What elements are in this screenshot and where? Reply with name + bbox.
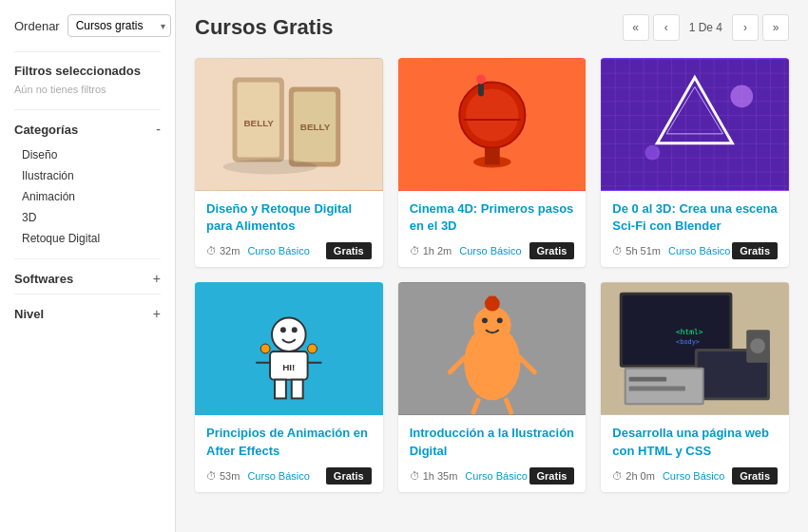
nivel-label: Nivel <box>14 307 44 321</box>
svg-rect-31 <box>292 380 303 399</box>
svg-rect-53 <box>626 370 702 404</box>
svg-point-7 <box>223 160 317 175</box>
svg-point-23 <box>272 318 306 352</box>
course-body-3: De 0 al 3D: Crea una escena Sci-Fi con B… <box>601 191 789 267</box>
pagination-next[interactable]: › <box>732 14 759 41</box>
course-title-5[interactable]: Introducción a la Ilustración Digital <box>410 425 575 459</box>
pagination: « ‹ 1 De 4 › » <box>623 14 789 41</box>
category-animacion[interactable]: Animación <box>14 186 161 207</box>
course-level-1[interactable]: Curso Básico <box>247 245 309 256</box>
clock-icon-5: ⏱ <box>410 470 420 482</box>
svg-point-38 <box>496 318 502 324</box>
course-meta-5: ⏱ 1h 35m Curso Básico Gratis <box>410 467 575 484</box>
nivel-header[interactable]: Nivel + <box>14 306 161 321</box>
course-thumb-5 <box>398 282 587 415</box>
svg-point-20 <box>731 85 754 107</box>
svg-rect-44 <box>489 296 496 306</box>
course-info-5: ⏱ 1h 35m Curso Básico <box>410 470 528 482</box>
svg-rect-54 <box>629 377 667 382</box>
pagination-prev[interactable]: ‹ <box>653 14 680 41</box>
filters-section: Filtros seleccionados Aún no tienes filt… <box>14 51 161 95</box>
course-duration-5: ⏱ 1h 35m <box>410 470 458 482</box>
order-select[interactable]: Cursos gratis Más recientes Más populare… <box>67 14 171 37</box>
svg-point-12 <box>476 75 486 85</box>
main-content: Cursos Gratis « ‹ 1 De 4 › » BELLY <box>176 0 808 532</box>
clock-icon-1: ⏱ <box>206 245 217 256</box>
categories-header[interactable]: Categorías - <box>14 122 161 137</box>
course-thumb-6: <html> <body> <box>601 282 789 415</box>
filters-empty: Aún no tienes filtros <box>14 84 161 95</box>
course-info-6: ⏱ 2h 0m Curso Básico <box>612 470 724 482</box>
nivel-toggle: + <box>153 306 161 321</box>
svg-point-25 <box>292 328 298 333</box>
svg-text:BELLY: BELLY <box>243 118 274 128</box>
course-title-3[interactable]: De 0 al 3D: Crea una escena Sci-Fi con B… <box>612 200 778 235</box>
gratis-badge-4: Gratis <box>326 467 372 484</box>
course-card-6: <html> <body> Desarrolla una página web … <box>601 282 789 491</box>
course-level-2[interactable]: Curso Básico <box>459 245 521 256</box>
course-card-3: De 0 al 3D: Crea una escena Sci-Fi con B… <box>601 58 789 267</box>
course-body-5: Introducción a la Ilustración Digital ⏱ … <box>398 415 587 491</box>
course-thumb-1: BELLY BELLY <box>195 58 383 191</box>
svg-rect-15 <box>485 148 500 165</box>
course-level-5[interactable]: Curso Básico <box>465 470 527 482</box>
course-duration-2: ⏱ 1h 2m <box>410 245 452 256</box>
page-info: 1 De 4 <box>683 21 728 34</box>
clock-icon-6: ⏱ <box>612 470 623 482</box>
course-body-1: Diseño y Retoque Digital para Alimentos … <box>195 191 383 267</box>
order-select-wrapper[interactable]: Cursos gratis Más recientes Más populare… <box>67 14 171 37</box>
gratis-badge-3: Gratis <box>732 242 778 259</box>
category-diseno[interactable]: Diseño <box>14 144 161 165</box>
course-meta-3: ⏱ 5h 51m Curso Básico Gratis <box>612 242 778 259</box>
svg-rect-11 <box>478 83 484 97</box>
course-duration-3: ⏱ 5h 51m <box>612 245 661 256</box>
pagination-first[interactable]: « <box>623 14 649 41</box>
svg-point-33 <box>308 344 317 353</box>
course-meta-4: ⏱ 53m Curso Básico Gratis <box>206 467 372 484</box>
course-level-6[interactable]: Curso Básico <box>663 470 724 482</box>
course-meta-1: ⏱ 32m Curso Básico Gratis <box>206 242 372 259</box>
filters-title: Filtros seleccionados <box>14 64 161 78</box>
svg-point-57 <box>750 339 765 354</box>
svg-point-24 <box>280 328 286 333</box>
course-duration-6: ⏱ 2h 0m <box>612 470 655 482</box>
course-thumb-4: HI! <box>195 282 383 415</box>
course-thumb-3 <box>601 58 789 191</box>
clock-icon-2: ⏱ <box>410 245 420 256</box>
course-card-2: Cinema 4D: Primeros pasos en el 3D ⏱ 1h … <box>398 58 587 267</box>
category-retoque[interactable]: Retoque Digital <box>14 228 161 249</box>
course-duration-4: ⏱ 53m <box>206 470 240 482</box>
course-card-1: BELLY BELLY Diseño y Retoque Digital par… <box>195 58 383 267</box>
course-card-4: HI! Principios de Animación en After Eff… <box>195 282 383 491</box>
svg-text:<html>: <html> <box>676 329 703 337</box>
svg-text:<body>: <body> <box>676 338 700 346</box>
svg-point-32 <box>260 344 270 353</box>
softwares-section: Softwares + <box>14 258 161 286</box>
course-thumb-2 <box>398 58 587 191</box>
main-header: Cursos Gratis « ‹ 1 De 4 › » <box>195 14 789 41</box>
order-label: Ordenar <box>14 19 60 33</box>
course-info-2: ⏱ 1h 2m Curso Básico <box>410 245 522 256</box>
course-title-6[interactable]: Desarrolla una página web con HTML y CSS <box>612 425 778 459</box>
course-meta-2: ⏱ 1h 2m Curso Básico Gratis <box>410 242 575 259</box>
categories-list: Diseño Ilustración Animación 3D Retoque … <box>14 144 161 249</box>
course-title-1[interactable]: Diseño y Retoque Digital para Alimentos <box>206 200 372 235</box>
softwares-header[interactable]: Softwares + <box>14 271 161 286</box>
softwares-toggle: + <box>153 271 161 286</box>
course-title-4[interactable]: Principios de Animación en After Effects <box>206 425 372 459</box>
categories-section: Categorías - Diseño Ilustración Animació… <box>14 109 161 249</box>
page-title: Cursos Gratis <box>195 15 334 40</box>
clock-icon-4: ⏱ <box>206 470 217 482</box>
category-ilustracion[interactable]: Ilustración <box>14 165 161 186</box>
gratis-badge-2: Gratis <box>529 242 575 259</box>
pagination-last[interactable]: » <box>762 14 789 41</box>
svg-text:HI!: HI! <box>282 362 295 372</box>
gratis-badge-6: Gratis <box>732 467 778 484</box>
category-3d[interactable]: 3D <box>14 207 161 228</box>
nivel-section: Nivel + <box>14 294 161 321</box>
svg-rect-30 <box>275 380 286 399</box>
course-level-3[interactable]: Curso Básico <box>668 245 730 256</box>
course-level-4[interactable]: Curso Básico <box>247 470 309 482</box>
course-info-1: ⏱ 32m Curso Básico <box>206 245 310 256</box>
course-title-2[interactable]: Cinema 4D: Primeros pasos en el 3D <box>410 200 575 235</box>
